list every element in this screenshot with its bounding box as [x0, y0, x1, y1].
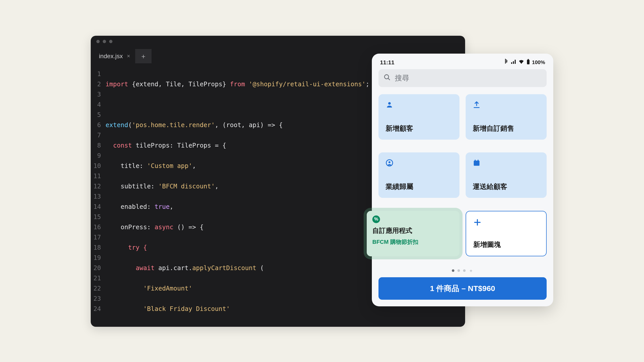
bluetooth-icon [504, 59, 509, 66]
upload-icon [473, 101, 539, 110]
pager-dot[interactable] [457, 269, 460, 272]
line-number-gutter: 1 2 3 4 5 6 7 8 9 10 11 12 13 14 15 16 1… [91, 69, 106, 327]
window-titlebar [91, 36, 465, 44]
custom-tile-subtitle: BFCM 購物節折扣 [372, 238, 454, 246]
calendar-icon [473, 159, 539, 168]
tile-add-custom-sale[interactable]: 新增自訂銷售 [466, 94, 547, 140]
person-icon [386, 101, 452, 110]
svg-rect-0 [527, 60, 530, 64]
checkout-button[interactable]: 1 件商品 – NT$960 [378, 277, 547, 300]
traffic-light-minimize[interactable] [103, 40, 106, 43]
tile-staff-attribution[interactable]: 業績歸屬 [378, 152, 459, 198]
new-tab-button[interactable]: ＋ [135, 49, 152, 63]
battery-percent: 100% [532, 59, 545, 65]
svg-point-6 [388, 161, 390, 163]
tile-label: 新增自訂銷售 [473, 124, 539, 133]
cellular-icon [511, 59, 516, 66]
tile-grid: 新增顧客 新增自訂銷售 業績歸屬 運送給顧客 % [378, 94, 547, 263]
tile-add-new[interactable]: 新增圖塊 [466, 211, 547, 256]
status-icons: 100% [504, 59, 545, 66]
svg-rect-1 [528, 59, 529, 60]
svg-rect-10 [478, 160, 479, 161]
phone-mock: 11:11 100% 搜尋 [372, 54, 553, 306]
pager-dot[interactable] [452, 269, 454, 272]
discount-badge-icon: % [372, 215, 380, 223]
phone-status-bar: 11:11 100% [378, 59, 547, 69]
wifi-icon [518, 59, 524, 66]
search-input[interactable]: 搜尋 [378, 69, 547, 87]
custom-tile-title: 自訂應用程式 [372, 226, 454, 235]
plus-icon [473, 218, 539, 229]
battery-icon [526, 59, 530, 66]
svg-rect-9 [475, 160, 476, 161]
traffic-light-close[interactable] [96, 40, 100, 43]
tile-custom-app[interactable]: % 自訂應用程式 BFCM 購物節折扣 [367, 211, 459, 256]
page-indicator: ＋ [378, 263, 547, 277]
tile-label: 新增顧客 [386, 124, 452, 133]
status-time: 11:11 [380, 59, 394, 66]
search-icon [384, 74, 391, 83]
code-content[interactable]: import {extend, Tile, TileProps} from '@… [106, 69, 370, 327]
traffic-light-zoom[interactable] [109, 40, 112, 43]
tile-label: 運送給顧客 [473, 182, 539, 191]
pager-add-icon[interactable]: ＋ [469, 268, 473, 274]
svg-point-4 [388, 102, 391, 105]
svg-line-3 [388, 78, 390, 80]
tile-label: 新增圖塊 [473, 240, 539, 249]
checkout-label: 1 件商品 – NT$960 [430, 283, 495, 294]
tile-ship-to-customer[interactable]: 運送給顧客 [466, 152, 547, 198]
search-placeholder: 搜尋 [395, 73, 409, 83]
pager-dot[interactable] [463, 269, 466, 272]
tab-label: index.jsx [99, 53, 123, 60]
svg-point-2 [385, 75, 389, 79]
tile-label: 業績歸屬 [386, 182, 452, 191]
editor-tab[interactable]: index.jsx × [94, 49, 135, 63]
user-circle-icon [386, 159, 452, 168]
close-icon[interactable]: × [127, 53, 130, 59]
tile-add-customer[interactable]: 新增顧客 [378, 94, 459, 140]
